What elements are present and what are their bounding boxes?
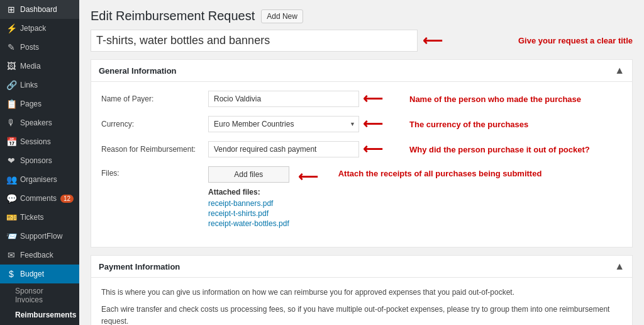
organisers-icon: 👥 <box>6 174 16 185</box>
sidebar-item-sponsors[interactable]: ❤ Sponsors <box>0 151 79 170</box>
file-link-2[interactable]: receipt-water-bottles.pdf <box>208 219 289 228</box>
sidebar-item-jetpack[interactable]: ⚡ Jetpack <box>0 19 79 38</box>
reason-field-wrap: ⟵ Why did the person purchase it out of … <box>208 141 590 157</box>
sidebar-item-links[interactable]: 🔗 Links <box>0 76 79 94</box>
payment-info-body: This is where you can give us informatio… <box>91 278 632 325</box>
sidebar-item-budget[interactable]: $ Budget <box>0 265 79 283</box>
payment-info-title: Payment Information <box>99 262 180 271</box>
reason-row: Reason for Reimbursement: ⟵ Why did the … <box>101 141 622 157</box>
payment-info-panel: Payment Information ▲ This is where you … <box>91 255 633 325</box>
reason-label: Reason for Reimbursement: <box>101 145 208 154</box>
title-arrow-icon: ⟵ <box>423 33 443 49</box>
sessions-icon: 📅 <box>6 137 16 147</box>
files-arrow-icon: ⟵ <box>298 169 318 185</box>
sidebar-item-supportflow[interactable]: 📨 SupportFlow <box>0 227 79 246</box>
comments-icon: 💬 <box>6 193 16 203</box>
sidebar: ⊞ Dashboard ⚡ Jetpack ✎ Posts 🖼 Media 🔗 … <box>0 0 79 325</box>
pages-icon: 📋 <box>6 99 16 109</box>
page-title: Edit Reimbursement Request <box>91 9 255 23</box>
files-field-wrap: Add files Attached files: receipt-banner… <box>208 166 541 229</box>
sidebar-item-sessions[interactable]: 📅 Sessions <box>0 132 79 151</box>
links-icon: 🔗 <box>6 80 16 90</box>
title-input[interactable] <box>91 30 418 52</box>
budget-icon: $ <box>6 269 16 279</box>
general-info-title: General Information <box>99 66 177 76</box>
payment-text-2: Each wire transfer and check costs us pr… <box>101 304 622 325</box>
currency-arrow-icon: ⟵ <box>363 116 383 132</box>
sidebar-item-speakers[interactable]: 🎙 Speakers <box>0 113 79 132</box>
feedback-icon: ✉ <box>6 250 16 260</box>
sidebar-item-media[interactable]: 🖼 Media <box>0 57 79 76</box>
general-info-panel: General Information ▲ Name of Payer: ⟵ N… <box>91 59 633 248</box>
sidebar-sub-sponsor-invoices[interactable]: Sponsor Invoices <box>0 283 79 307</box>
comments-badge: 12 <box>60 195 74 203</box>
sidebar-sub-reimbursements[interactable]: Reimbursements <box>0 307 79 322</box>
payer-input[interactable] <box>208 91 359 107</box>
title-row: ⟵ Give your request a clear title <box>91 30 633 52</box>
sidebar-item-comments[interactable]: 💬 Comments 12 <box>0 189 79 208</box>
currency-select[interactable]: Euro Member Countries <box>208 116 359 132</box>
currency-select-wrapper: Euro Member Countries <box>208 116 359 132</box>
sidebar-item-posts[interactable]: ✎ Posts <box>0 38 79 57</box>
sponsors-icon: ❤ <box>6 156 16 166</box>
files-label: Files: <box>101 166 208 178</box>
dashboard-icon: ⊞ <box>6 4 16 14</box>
payment-panel-collapse-icon[interactable]: ▲ <box>614 261 625 272</box>
payment-info-panel-header: Payment Information ▲ <box>91 256 632 278</box>
title-annotation: Give your request a clear title <box>518 36 633 45</box>
currency-field-wrap: Euro Member Countries ⟵ The currency of … <box>208 116 528 132</box>
sidebar-item-dashboard[interactable]: ⊞ Dashboard <box>0 0 79 19</box>
sidebar-sub-vendor-payments[interactable]: Vendor Payments <box>0 322 79 325</box>
payment-text-1: This is where you can give us informatio… <box>101 287 622 299</box>
currency-row: Currency: Euro Member Countries ⟵ The cu… <box>101 116 622 132</box>
sidebar-item-feedback[interactable]: ✉ Feedback <box>0 246 79 265</box>
jetpack-icon: ⚡ <box>6 23 16 33</box>
payer-field-wrap: ⟵ Name of the person who made the purcha… <box>208 91 581 107</box>
payer-row: Name of Payer: ⟵ Name of the person who … <box>101 91 622 107</box>
general-info-body: Name of Payer: ⟵ Name of the person who … <box>91 82 632 247</box>
sidebar-item-pages[interactable]: 📋 Pages <box>0 94 79 113</box>
reason-input[interactable] <box>208 141 359 157</box>
payer-arrow-icon: ⟵ <box>363 91 383 107</box>
reason-arrow-icon: ⟵ <box>363 141 383 157</box>
files-content: Add files Attached files: receipt-banner… <box>208 166 289 229</box>
reason-annotation: Why did the person purchase it out of po… <box>409 145 590 154</box>
currency-annotation: The currency of the purchases <box>409 120 528 129</box>
payer-annotation: Name of the person who made the purchase <box>409 94 581 104</box>
tickets-icon: 🎫 <box>6 212 16 222</box>
attached-files-label: Attached files: <box>208 188 289 197</box>
files-row: Files: Add files Attached files: receipt… <box>101 166 622 229</box>
main-content: Edit Reimbursement Request Add New ⟵ Giv… <box>79 0 644 325</box>
currency-label: Currency: <box>101 120 208 128</box>
payer-label: Name of Payer: <box>101 94 208 103</box>
speakers-icon: 🎙 <box>6 118 16 128</box>
general-info-panel-header: General Information ▲ <box>91 60 632 82</box>
panel-collapse-icon[interactable]: ▲ <box>614 65 625 76</box>
posts-icon: ✎ <box>6 42 16 52</box>
sidebar-item-organisers[interactable]: 👥 Organisers <box>0 170 79 189</box>
file-link-1[interactable]: receipt-t-shirts.pdf <box>208 209 289 218</box>
page-header: Edit Reimbursement Request Add New <box>91 9 633 23</box>
add-files-button[interactable]: Add files <box>208 166 289 183</box>
add-new-button[interactable]: Add New <box>261 9 303 23</box>
sidebar-item-tickets[interactable]: 🎫 Tickets <box>0 208 79 227</box>
media-icon: 🖼 <box>6 61 16 71</box>
files-annotation: Attach the receipts of all purchases bei… <box>338 169 542 178</box>
file-link-0[interactable]: receipt-banners.pdf <box>208 199 289 208</box>
attached-files-section: Attached files: receipt-banners.pdf rece… <box>208 188 289 229</box>
supportflow-icon: 📨 <box>6 231 16 241</box>
